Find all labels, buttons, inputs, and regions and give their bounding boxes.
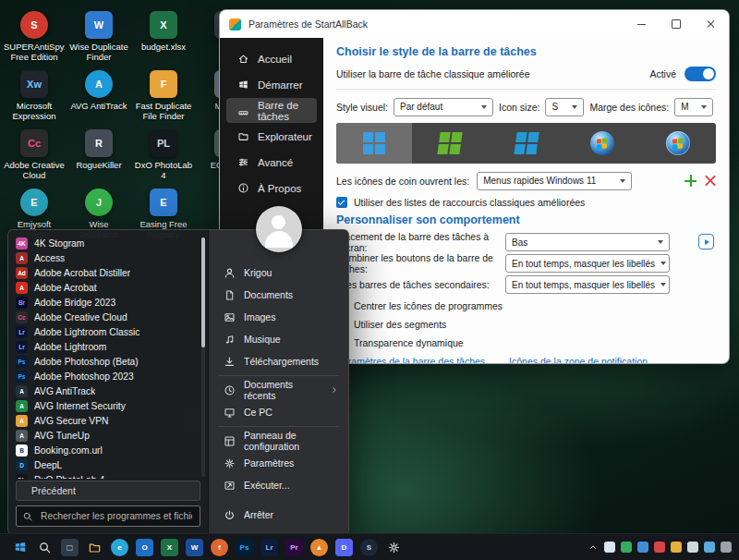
taskbar-style-green[interactable]	[412, 123, 488, 164]
sidebar-item-accueil[interactable]: Accueil	[226, 46, 317, 71]
search-input[interactable]	[39, 510, 194, 522]
remove-button[interactable]	[704, 175, 716, 187]
desktop-icon-budget-xlsx[interactable]: Xbudget.xlsx	[133, 11, 194, 52]
tray-antivirus[interactable]	[621, 542, 632, 553]
vlc[interactable]: ▲	[307, 535, 332, 560]
start-app-avg-antitrack[interactable]: AAVG AntiTrack	[16, 383, 197, 398]
task-view-button[interactable]: ▢	[57, 535, 82, 560]
checkbox-row-centrer-les-ic-nes-de-programmes[interactable]: Centrer les icônes de programmes	[336, 298, 716, 313]
excel[interactable]: X	[157, 535, 182, 560]
premiere[interactable]: Pr	[282, 535, 307, 560]
combine-secondary-select[interactable]: En tout temps, masquer les libellés	[505, 275, 670, 294]
start-place-documents-r-cents[interactable]: Documents récents	[209, 379, 348, 401]
sidebar-item-propos[interactable]: À Propos	[226, 176, 317, 201]
lightroom[interactable]: Lr	[257, 535, 282, 560]
desktop-icon-roguekiller[interactable]: RRogueKiller	[68, 129, 129, 170]
taskbar-style-win11[interactable]	[336, 123, 412, 164]
taskbar-settings-link[interactable]: Paramètres de la barre des tâches	[336, 356, 485, 364]
settings-app[interactable]	[382, 535, 406, 560]
start-app-dxo-photolab-4[interactable]: PLDxO PhotoLab 4	[16, 472, 197, 479]
search-button[interactable]	[32, 535, 57, 560]
icon-size-select[interactable]: S	[545, 98, 584, 116]
tray-alert[interactable]	[654, 542, 665, 553]
start-app-adobe-photoshop-2023[interactable]: PsAdobe Photoshop 2023	[16, 369, 197, 383]
start-app-adobe-lightroom[interactable]: LrAdobe Lightroom	[16, 339, 197, 354]
start-app-access[interactable]: AAccess	[16, 250, 197, 265]
desktop-icon-microsoft-expression-web-4[interactable]: XwMicrosoft Expression Web 4	[4, 70, 65, 122]
user-avatar[interactable]	[256, 206, 302, 252]
edge-browser[interactable]: e	[107, 535, 132, 560]
start-place-param-tres[interactable]: Paramètres	[209, 452, 348, 474]
start-button[interactable]	[7, 535, 32, 560]
taskbar-style-blue[interactable]	[488, 123, 563, 164]
placement-select[interactable]: Bas	[505, 233, 670, 251]
desktop-icon-dxo-photolab-4[interactable]: PLDxO PhotoLab 4	[133, 129, 194, 180]
search-box[interactable]	[16, 505, 200, 527]
taskbar-style-win7-orb[interactable]	[564, 123, 640, 164]
tray-network[interactable]	[704, 542, 715, 553]
start-app-avg-tuneup[interactable]: AAVG TuneUp	[16, 428, 197, 443]
sidebar-item-barre-de-t-ches[interactable]: Barre de tâches	[226, 98, 317, 123]
notification-area-icons-link[interactable]: Icônes de la zone de notification	[509, 356, 648, 364]
start-app-adobe-acrobat-distiller[interactable]: AdAdobe Acrobat Distiller	[16, 265, 197, 280]
photoshop[interactable]: Ps	[232, 535, 257, 560]
tray-vpn[interactable]	[671, 542, 682, 553]
start-place-panneau-de-configuration[interactable]: Panneau de configuration	[209, 430, 348, 452]
combine-buttons-select[interactable]: En tout temps, masquer les libellés	[505, 254, 670, 273]
steam[interactable]: S	[357, 535, 382, 560]
icon-margin-select[interactable]: M	[674, 98, 713, 116]
desktop-icon-avg-antitrack[interactable]: AAVG AntiTrack	[68, 70, 129, 111]
tray-volume[interactable]	[687, 542, 698, 553]
start-app-adobe-photoshop-beta[interactable]: PsAdobe Photoshop (Beta)	[16, 354, 197, 369]
start-app-adobe-creative-cloud[interactable]: CcAdobe Creative Cloud	[16, 310, 197, 324]
minimize-button[interactable]	[624, 10, 659, 38]
file-explorer[interactable]	[82, 535, 107, 560]
visual-style-select[interactable]: Par défaut	[394, 98, 493, 116]
checkbox-row-transparence-dynamique[interactable]: Transparence dynamique	[336, 335, 716, 350]
desktop-icon-adobe-creative-cloud[interactable]: CcAdobe Creative Cloud	[4, 129, 65, 180]
tray-defender[interactable]	[637, 542, 648, 553]
sidebar-item-explorateur[interactable]: Explorateur	[226, 124, 317, 149]
start-app-4k-stogram[interactable]: 4K4K Stogram	[16, 236, 197, 250]
start-app-booking-com-url[interactable]: BBooking.com.url	[16, 443, 197, 457]
start-app-adobe-acrobat[interactable]: AAdobe Acrobat	[16, 280, 197, 295]
start-place-ce-pc[interactable]: Ce PC	[209, 401, 348, 423]
maximize-button[interactable]	[659, 10, 694, 38]
outlook[interactable]: O	[132, 535, 157, 560]
start-place-ex-cuter[interactable]: Exécuter...	[209, 474, 348, 496]
start-place-krigou[interactable]: Krigou	[209, 262, 348, 284]
start-app-deepl[interactable]: DDeepL	[16, 457, 197, 472]
add-button[interactable]	[684, 175, 697, 187]
scrollbar-thumb[interactable]	[201, 237, 205, 347]
start-place-t-l-chargements[interactable]: Téléchargements	[209, 350, 348, 372]
sidebar-item-avanc[interactable]: Avancé	[226, 150, 317, 175]
start-place-musique[interactable]: Musique	[209, 328, 348, 350]
tray-expand[interactable]	[588, 542, 599, 553]
checkbox-row-utiliser-des-segments[interactable]: Utiliser des segments	[336, 317, 716, 332]
window-titlebar[interactable]: Paramètres de StartAllBack	[220, 10, 729, 38]
discord[interactable]: D	[332, 535, 357, 560]
shutdown-button[interactable]: Arrêter	[209, 503, 348, 527]
start-place-documents[interactable]: Documents	[209, 284, 348, 306]
tutorial-video-icon[interactable]	[698, 234, 714, 250]
firefox[interactable]: f	[207, 535, 232, 560]
scrollbar[interactable]	[201, 237, 205, 477]
tray-settings[interactable]	[721, 542, 732, 553]
start-place-images[interactable]: Images	[209, 306, 348, 328]
taskbar-style-aero-orb[interactable]	[640, 123, 716, 164]
jumplists-checkbox-row[interactable]: Utiliser des listes de raccourcis classi…	[336, 195, 716, 210]
start-app-adobe-bridge-2023[interactable]: BrAdobe Bridge 2023	[16, 295, 197, 310]
word[interactable]: W	[182, 535, 207, 560]
start-app-adobe-lightroom-classic[interactable]: LrAdobe Lightroom Classic	[16, 324, 197, 339]
tray-onedrive[interactable]	[604, 542, 615, 553]
start-app-avg-secure-vpn[interactable]: AAVG Secure VPN	[16, 413, 197, 428]
corner-icons-select[interactable]: Menus rapides Windows 11	[477, 172, 632, 190]
back-button[interactable]: Précédent	[16, 481, 200, 501]
desktop-icon-fast-duplicate-file-finder[interactable]: FFast Duplicate File Finder	[133, 70, 194, 121]
sidebar-item-d-marrer[interactable]: Démarrer	[226, 72, 317, 97]
close-button[interactable]	[694, 10, 729, 38]
desktop-icon-superantispy-free-edition[interactable]: SSUPERAntiSpy... Free Edition	[4, 11, 65, 62]
desktop-icon-wise-duplicate-finder[interactable]: WWise Duplicate Finder	[68, 11, 129, 62]
classic-taskbar-toggle[interactable]	[684, 67, 716, 81]
start-app-avg-internet-security[interactable]: AAVG Internet Security	[16, 398, 197, 413]
